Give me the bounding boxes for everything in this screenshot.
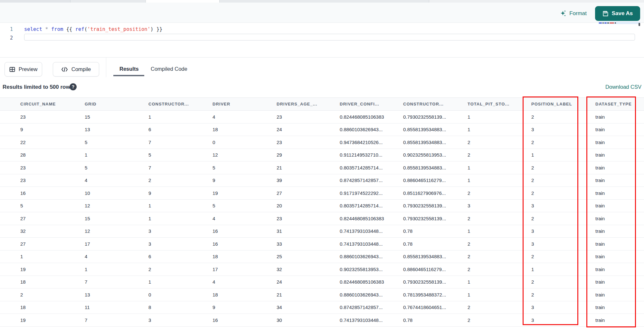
file-tab[interactable] — [0, 0, 71, 3]
table-cell: 1 — [531, 152, 595, 158]
table-cell: 19 — [20, 267, 85, 272]
table-cell: 12 — [85, 228, 148, 234]
table-cell: 0.78 — [403, 317, 468, 323]
table-cell: train — [595, 127, 644, 132]
table-row: 281512290.9112149532710...0.902325581395… — [0, 149, 644, 162]
table-cell: train — [595, 305, 644, 310]
column-header: GRID — [85, 102, 148, 106]
table-cell: 23 — [277, 216, 340, 221]
table-cell: 2 — [468, 267, 531, 272]
table-cell: 0.7413793103448... — [340, 228, 403, 234]
table-cell: 9 — [213, 305, 277, 310]
table-cell: 0.7930232558139... — [403, 114, 468, 120]
table-cell: 18 — [20, 305, 85, 310]
table-cell: 2 — [20, 292, 85, 297]
code-line-1[interactable]: select * from {{ ref('train_test_positio… — [24, 25, 162, 34]
tab-compiled-code[interactable]: Compiled Code — [151, 66, 187, 72]
table-cell: 30 — [277, 317, 340, 323]
table-cell: 24 — [277, 127, 340, 132]
question-icon[interactable]: ? — [70, 83, 77, 90]
table-row: 191217320.9023255813953...0.886046511627… — [0, 263, 644, 276]
table-cell: 27 — [20, 241, 85, 247]
table-cell: 3 — [148, 228, 213, 234]
table-row: 1610919270.9171974522292...0.85116279069… — [0, 187, 644, 200]
table-cell: 18 — [20, 279, 85, 285]
table-cell: 1 — [468, 292, 531, 297]
table-cell: 27 — [277, 190, 340, 196]
table-cell: 2 — [148, 178, 213, 183]
code-icon — [61, 67, 68, 72]
table-cell: train — [595, 152, 644, 158]
table-cell: 0.8558139534883... — [403, 254, 468, 259]
table-cell: 7 — [148, 140, 213, 145]
column-header: CONSTRUCTOR... — [403, 102, 468, 106]
compile-button[interactable]: Compile — [53, 62, 99, 77]
compile-label: Compile — [71, 66, 91, 72]
table-cell: 0.824468085106383 — [340, 114, 403, 120]
editor-minimap[interactable] — [598, 21, 640, 30]
table-cell: 17 — [213, 267, 277, 272]
table-cell: 0.7413793103448... — [340, 317, 403, 323]
table-row: 18714240.8244680851063830.7930232558139.… — [0, 276, 644, 289]
table-cell: 4 — [213, 279, 277, 285]
table-cell: 2 — [468, 140, 531, 145]
table-cell: 18 — [213, 127, 277, 132]
table-cell: 28 — [20, 152, 85, 158]
table-cell: 9 — [213, 178, 277, 183]
table-cell: 23 — [20, 114, 85, 120]
format-label: Format — [569, 10, 587, 17]
table-cell: 6 — [148, 127, 213, 132]
table-cell: 12 — [85, 203, 148, 208]
table-cell: 0 — [213, 140, 277, 145]
table-cell: 0.8558139534883... — [403, 165, 468, 170]
file-tab-active[interactable] — [146, 0, 220, 3]
format-button[interactable]: Format — [560, 9, 587, 18]
table-cell: 0.8742857142857... — [340, 305, 403, 310]
table-cell: 0.8511627906976... — [403, 190, 468, 196]
table-cell: train — [595, 203, 644, 208]
table-cell: 5 — [148, 152, 213, 158]
save-as-button[interactable]: Save As — [595, 6, 640, 21]
table-cell: 18 — [213, 254, 277, 259]
table-cell: train — [595, 178, 644, 183]
table-cell: 9 — [148, 190, 213, 196]
file-tab[interactable] — [71, 0, 146, 3]
code-editor[interactable]: 1 2 select * from {{ ref('train_test_pos… — [0, 23, 644, 58]
editor-cursor-line[interactable] — [24, 34, 635, 41]
table-cell: 17 — [85, 241, 148, 247]
table-cell: 7 — [85, 279, 148, 285]
file-tab[interactable] — [220, 0, 429, 3]
table-cell: 32 — [277, 267, 340, 272]
table-cell: 21 — [277, 165, 340, 170]
table-cell: 1 — [20, 254, 85, 259]
table-cell: 0.9112149532710... — [340, 152, 403, 158]
table-cell: 0.8558139534883... — [403, 127, 468, 132]
table-cell: 0.7813953488372... — [403, 292, 468, 297]
column-header: DATASET_TYPE — [595, 102, 644, 106]
table-row: 23575210.8035714285714...0.8558139534883… — [0, 161, 644, 174]
table-cell: 19 — [213, 190, 277, 196]
tab-results[interactable]: Results — [119, 66, 139, 72]
table-row: 14618250.8860103626943...0.8558139534883… — [0, 251, 644, 263]
table-cell: 0.8860103626943... — [340, 254, 403, 259]
results-limit-note: Results limited to 500 rows. — [3, 84, 75, 90]
download-csv-link[interactable]: Download CSV — [605, 84, 641, 90]
table-cell: 23 — [277, 114, 340, 120]
table-cell: 5 — [85, 140, 148, 145]
table-cell: 0.824468085106383 — [340, 279, 403, 285]
table-cell: 2 — [531, 178, 595, 183]
scrollbar-thumb[interactable] — [639, 23, 640, 26]
table-cell: train — [595, 140, 644, 145]
table-cell: 5 — [213, 203, 277, 208]
table-row: 271514230.8244680851063830.7930232558139… — [0, 212, 644, 225]
table-cell: 4 — [85, 254, 148, 259]
preview-button[interactable]: Preview — [5, 62, 42, 77]
column-header: CONSTRUCTOR... — [148, 102, 213, 106]
table-cell: 2 — [531, 190, 595, 196]
table-cell: 2 — [468, 152, 531, 158]
table-cell: 22 — [20, 140, 85, 145]
table-cell: 1 — [148, 203, 213, 208]
table-cell: 1 — [148, 114, 213, 120]
table-cell: 2 — [468, 317, 531, 323]
column-header: DRIVERS_AGE_... — [277, 102, 340, 106]
